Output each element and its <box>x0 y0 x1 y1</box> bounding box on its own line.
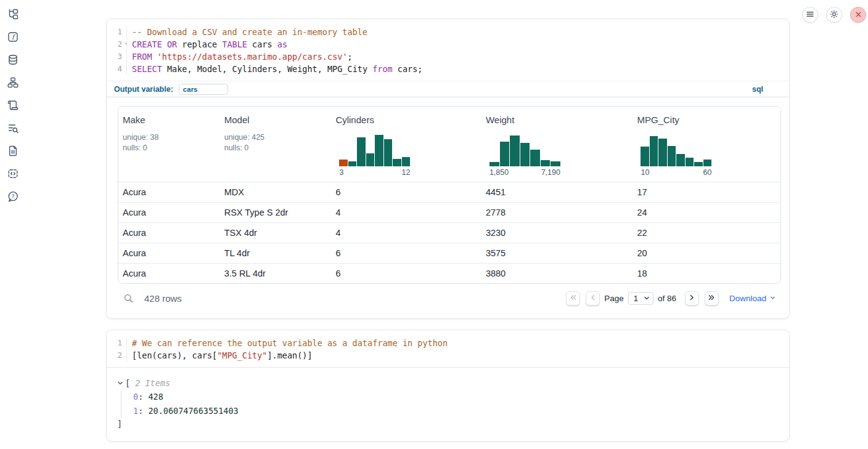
histogram-bar <box>393 159 401 166</box>
table-row[interactable]: AcuraTSX 4dr4323022 <box>118 222 780 243</box>
table-cell: TL 4dr <box>220 248 332 258</box>
histogram-max-label: 7,190 <box>541 168 560 177</box>
page-total-label: of 86 <box>658 294 676 303</box>
last-page-button[interactable] <box>705 291 719 305</box>
sidebar-button-database[interactable] <box>7 55 18 66</box>
histogram-bar <box>339 160 348 166</box>
chevron-down-icon <box>769 294 776 303</box>
table-cell: 2778 <box>481 208 633 217</box>
code-token: cars <box>247 39 277 49</box>
sql-editor[interactable]: 1-- Download a CSV and create an in-memo… <box>107 19 789 81</box>
histogram-min-label: 3 <box>339 168 343 177</box>
sidebar-button-log-search[interactable] <box>7 123 18 134</box>
output-variable-row: Output variable: sql <box>107 81 789 97</box>
page-select[interactable]: 1 <box>628 292 653 305</box>
table-cell: 22 <box>633 228 780 238</box>
code-token <box>152 52 157 62</box>
table-cell: 24 <box>633 208 780 217</box>
sidebar-button-document[interactable] <box>7 146 18 157</box>
histogram-bar <box>402 157 411 166</box>
next-page-button[interactable] <box>685 291 699 305</box>
sidebar-button-scroll[interactable] <box>7 100 18 111</box>
scroll-icon <box>7 100 18 113</box>
table-cell: MDX <box>220 187 332 197</box>
column-header-weight[interactable]: Weight1,8507,190 <box>481 107 633 182</box>
code-line[interactable]: 1# We can reference the output variable … <box>107 337 789 349</box>
histogram[interactable] <box>339 134 410 166</box>
code-token: as <box>277 39 287 49</box>
histogram-bar <box>510 136 520 166</box>
sidebar-button-function-square[interactable]: f <box>7 32 18 43</box>
python-output-tree: [ 2 Items 0: 4281: 20.060747663551403 ] <box>107 368 789 441</box>
snippets-icon <box>7 168 18 181</box>
table-cell: RSX Type S 2dr <box>220 208 332 217</box>
python-editor[interactable]: 1# We can reference the output variable … <box>107 330 789 367</box>
histogram-bar <box>357 137 366 166</box>
column-header-model[interactable]: Modelunique: 425nulls: 0 <box>220 107 332 182</box>
tree-colon: : <box>138 392 148 402</box>
page-label: Page <box>604 294 624 303</box>
code-line[interactable]: 4SELECT Make, Model, Cylinders, Weight, … <box>107 63 789 75</box>
download-button[interactable]: Download <box>729 294 776 303</box>
table-row[interactable]: Acura3.5 RL 4dr6388018 <box>118 263 780 283</box>
code-token: replace <box>177 39 222 49</box>
fold-chevron-icon[interactable]: ⌄ <box>125 39 128 45</box>
histogram[interactable] <box>641 134 711 166</box>
menu-button[interactable] <box>802 7 818 23</box>
search-button[interactable] <box>123 293 134 304</box>
histogram-bar <box>551 161 560 166</box>
close-button[interactable] <box>850 7 866 23</box>
previous-page-button[interactable] <box>586 291 600 305</box>
table-cell: 6 <box>331 248 481 258</box>
table-row[interactable]: AcuraRSX Type S 2dr4277824 <box>118 202 780 222</box>
table-cell: 18 <box>633 269 780 278</box>
download-label: Download <box>729 294 766 303</box>
column-header-cylinders[interactable]: Cylinders312 <box>331 107 481 182</box>
code-token: ].mean()] <box>267 350 312 360</box>
first-page-button[interactable] <box>566 291 580 305</box>
sidebar-button-network[interactable] <box>7 78 18 89</box>
table-row[interactable]: AcuraMDX6445117 <box>118 182 780 202</box>
table-cell: 17 <box>633 187 780 197</box>
line-number: 3 <box>107 51 127 63</box>
code-token: [len(cars), cars[ <box>132 350 217 360</box>
table-cell: Acura <box>118 228 220 238</box>
code-line[interactable]: 2[len(cars), cars["MPG_City"].mean()] <box>107 349 789 362</box>
column-stats: unique: 38nulls: 0 <box>123 132 220 153</box>
table-cell: 20 <box>633 248 780 258</box>
output-variable-input[interactable] <box>179 84 228 95</box>
histogram-bar <box>366 153 375 166</box>
gear-icon <box>830 10 838 20</box>
chevron-down-icon <box>644 294 650 303</box>
table-cell: 6 <box>331 187 481 197</box>
histogram-bar <box>530 150 540 166</box>
line-number: 2⌄ <box>107 38 127 51</box>
collapse-button[interactable] <box>117 379 125 388</box>
code-line[interactable]: 3FROM 'https://datasets.marimo.app/cars.… <box>107 51 789 63</box>
histogram-bar <box>348 161 357 166</box>
tree-close-bracket: ] <box>117 418 789 430</box>
histogram-bar <box>500 142 510 166</box>
column-header-make[interactable]: Makeunique: 38nulls: 0 <box>118 107 220 182</box>
code-token: SELECT <box>132 64 162 74</box>
table-cell: 3.5 RL 4dr <box>220 269 332 278</box>
sidebar-button-file-tree[interactable] <box>7 9 18 20</box>
column-header-mpg_city[interactable]: MPG_City1060 <box>633 107 780 182</box>
code-line[interactable]: 1-- Download a CSV and create an in-memo… <box>107 26 789 38</box>
svg-text:?: ? <box>12 193 15 199</box>
sidebar-button-snippets[interactable] <box>7 169 18 180</box>
column-title: Cylinders <box>335 115 481 125</box>
histogram-max-label: 60 <box>703 168 712 177</box>
histogram-min-label: 10 <box>641 168 649 177</box>
page-select-value: 1 <box>634 294 638 303</box>
histogram-max-label: 12 <box>401 168 410 177</box>
code-line[interactable]: 2⌄CREATE OR replace TABLE cars as <box>107 38 789 51</box>
search-icon <box>123 296 134 305</box>
sidebar-button-help[interactable]: ? <box>7 192 18 203</box>
settings-button[interactable] <box>826 7 842 23</box>
table-row[interactable]: AcuraTL 4dr6357520 <box>118 243 780 263</box>
chevrons-left-icon <box>570 294 577 303</box>
column-stats: unique: 425nulls: 0 <box>224 132 332 153</box>
code-token: "MPG_City" <box>217 350 267 360</box>
histogram[interactable] <box>489 134 560 166</box>
